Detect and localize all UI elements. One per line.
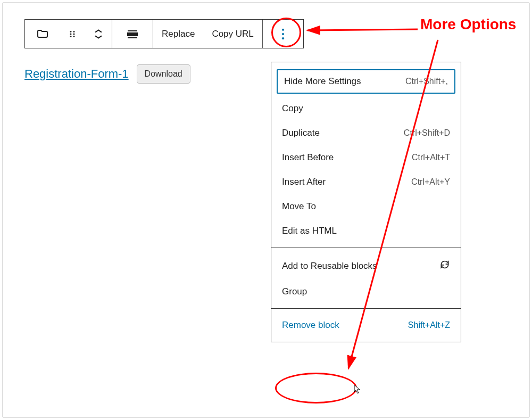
svg-point-10 xyxy=(282,32,284,35)
menu-section-1: Hide More Settings Ctrl+Shift+, Copy Dup… xyxy=(271,62,461,248)
menu-item-hide-more-settings[interactable]: Hide More Settings Ctrl+Shift+, xyxy=(277,69,455,94)
menu-item-shortcut: Ctrl+Shift+, xyxy=(405,77,448,86)
menu-item-move-to[interactable]: Move To xyxy=(271,194,461,219)
toolbar-group-actions: Replace Copy URL xyxy=(153,20,263,48)
menu-item-insert-before[interactable]: Insert Before Ctrl+Alt+T xyxy=(271,145,461,170)
menu-item-label: Hide More Settings xyxy=(284,76,361,87)
chevron-up-icon xyxy=(94,29,103,34)
svg-point-2 xyxy=(70,36,72,37)
menu-item-label: Group xyxy=(282,286,307,297)
editor-frame: Replace Copy URL Registration-Form-1 Dow… xyxy=(3,3,529,417)
file-block: Registration-Form-1 Download xyxy=(24,64,190,84)
align-icon xyxy=(126,28,139,40)
replace-button[interactable]: Replace xyxy=(153,20,203,48)
move-up-down-button[interactable] xyxy=(85,20,112,48)
svg-point-5 xyxy=(73,36,75,37)
menu-item-remove-block[interactable]: Remove block Shift+Alt+Z xyxy=(271,313,461,337)
menu-item-shortcut: Ctrl+Alt+T xyxy=(412,153,450,162)
svg-point-4 xyxy=(73,33,75,35)
svg-point-1 xyxy=(70,33,72,35)
menu-item-label: Duplicate xyxy=(282,128,320,138)
svg-point-11 xyxy=(282,37,284,39)
menu-item-label: Copy xyxy=(282,103,303,114)
menu-section-2: Add to Reusable blocks Group xyxy=(271,248,461,309)
svg-rect-7 xyxy=(128,33,137,36)
toolbar-group-more xyxy=(263,20,303,48)
menu-item-add-reusable[interactable]: Add to Reusable blocks xyxy=(271,252,461,279)
menu-item-label: Move To xyxy=(282,201,316,212)
file-link[interactable]: Registration-Form-1 xyxy=(24,67,129,81)
more-options-button[interactable] xyxy=(263,20,303,48)
svg-point-3 xyxy=(73,31,75,32)
menu-item-shortcut: Shift+Alt+Z xyxy=(408,320,450,330)
menu-item-shortcut: Ctrl+Shift+D xyxy=(404,128,450,138)
annotation-more-options-label: More Options xyxy=(420,16,516,33)
drag-handle-button[interactable] xyxy=(60,20,85,48)
block-toolbar: Replace Copy URL xyxy=(24,19,304,48)
folder-button[interactable] xyxy=(25,20,60,48)
menu-item-edit-html[interactable]: Edit as HTML xyxy=(271,219,461,243)
menu-item-duplicate[interactable]: Duplicate Ctrl+Shift+D xyxy=(271,121,461,145)
menu-item-label: Add to Reusable blocks xyxy=(282,261,377,271)
chevron-down-icon xyxy=(94,34,103,39)
toolbar-group-align xyxy=(112,20,153,48)
menu-item-label: Insert After xyxy=(282,177,326,187)
reusable-icon xyxy=(439,259,450,273)
folder-icon xyxy=(36,28,49,40)
drag-handle-icon xyxy=(68,29,77,39)
menu-item-label: Edit as HTML xyxy=(282,226,337,236)
copy-url-button[interactable]: Copy URL xyxy=(203,20,262,48)
more-vertical-icon xyxy=(276,27,290,42)
svg-point-0 xyxy=(70,31,72,32)
svg-point-9 xyxy=(282,28,284,30)
menu-item-insert-after[interactable]: Insert After Ctrl+Alt+Y xyxy=(271,170,461,194)
download-button[interactable]: Download xyxy=(137,64,190,84)
menu-item-copy[interactable]: Copy xyxy=(271,96,461,121)
toolbar-group-block xyxy=(25,20,112,48)
menu-section-3: Remove block Shift+Alt+Z xyxy=(271,309,461,342)
more-options-menu: Hide More Settings Ctrl+Shift+, Copy Dup… xyxy=(271,62,461,342)
menu-item-group[interactable]: Group xyxy=(271,279,461,304)
align-button[interactable] xyxy=(112,20,153,48)
menu-item-label: Insert Before xyxy=(282,152,334,163)
menu-item-shortcut: Ctrl+Alt+Y xyxy=(411,177,450,187)
menu-item-label: Remove block xyxy=(282,320,339,331)
